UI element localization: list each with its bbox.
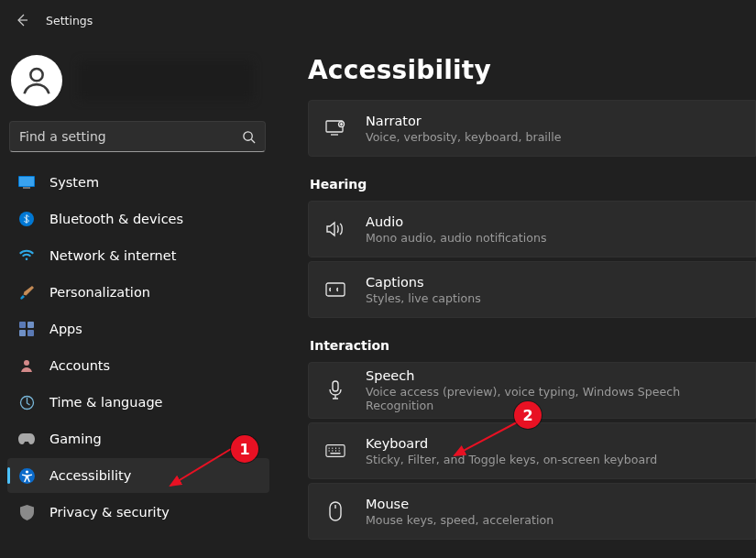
sidebar-item-label: Apps	[49, 322, 82, 336]
account-block[interactable]	[7, 48, 269, 119]
sidebar: Find a setting System Bluetooth & device…	[0, 40, 277, 558]
svg-rect-3	[19, 177, 34, 186]
svg-rect-17	[333, 381, 338, 391]
card-audio[interactable]: Audio Mono audio, audio notifications	[308, 201, 756, 257]
sidebar-nav: System Bluetooth & devices Network & int…	[7, 165, 269, 530]
sidebar-item-time[interactable]: Time & language	[7, 385, 269, 420]
mouse-icon	[325, 501, 345, 521]
card-subtitle: Sticky, Filter, and Toggle keys, on-scre…	[366, 453, 657, 466]
svg-point-1	[244, 131, 252, 139]
sidebar-item-label: Gaming	[49, 432, 102, 446]
svg-rect-7	[27, 322, 34, 328]
card-keyboard[interactable]: Keyboard Sticky, Filter, and Toggle keys…	[308, 422, 756, 479]
card-title: Narrator	[366, 114, 562, 128]
account-name-redacted	[79, 61, 253, 100]
display-icon	[18, 174, 35, 191]
search-icon	[242, 130, 256, 144]
sidebar-item-label: Bluetooth & devices	[49, 212, 183, 226]
captions-icon	[325, 279, 345, 300]
card-subtitle: Voice access (preview), voice typing, Wi…	[366, 385, 739, 412]
svg-rect-4	[23, 187, 30, 189]
card-title: Audio	[366, 214, 546, 229]
sidebar-item-accounts[interactable]: Accounts	[7, 348, 269, 383]
back-button[interactable]	[11, 9, 33, 31]
wifi-icon	[18, 247, 35, 264]
sidebar-item-network[interactable]: Network & internet	[7, 238, 269, 273]
person-icon	[19, 63, 54, 98]
card-subtitle: Mouse keys, speed, acceleration	[366, 513, 553, 527]
arrow-left-icon	[15, 13, 29, 27]
card-title: Speech	[366, 368, 739, 383]
main-content: Accessibility Narrator Voice, verbosity,…	[277, 40, 756, 558]
accessibility-icon	[18, 467, 35, 484]
card-title: Keyboard	[366, 436, 657, 451]
card-title: Captions	[366, 275, 481, 290]
section-label-interaction: Interaction	[310, 338, 756, 353]
search-input[interactable]: Find a setting	[9, 121, 266, 152]
keyboard-icon	[325, 441, 345, 461]
account-icon	[18, 357, 35, 374]
title-bar: Settings	[0, 0, 756, 40]
card-subtitle: Styles, live captions	[366, 291, 481, 305]
sidebar-item-label: Accessibility	[49, 468, 131, 483]
card-mouse[interactable]: Mouse Mouse keys, speed, acceleration	[308, 483, 756, 540]
card-captions[interactable]: Captions Styles, live captions	[308, 261, 756, 318]
microphone-icon	[325, 380, 345, 400]
bluetooth-icon	[18, 211, 35, 227]
annotation-badge-2: 2	[514, 401, 542, 429]
section-label-hearing: Hearing	[310, 177, 756, 191]
page-title: Accessibility	[308, 55, 756, 85]
sidebar-item-privacy[interactable]: Privacy & security	[7, 495, 269, 530]
sidebar-item-label: Accounts	[49, 358, 110, 373]
card-title: Mouse	[366, 497, 553, 511]
sidebar-item-apps[interactable]: Apps	[7, 312, 269, 346]
apps-icon	[18, 321, 35, 337]
svg-rect-16	[326, 283, 345, 296]
shield-icon	[18, 504, 35, 520]
sidebar-item-personalization[interactable]: Personalization	[7, 275, 269, 310]
svg-rect-6	[19, 322, 26, 328]
sidebar-item-system[interactable]: System	[7, 165, 269, 200]
app-title: Settings	[46, 14, 93, 27]
sidebar-item-gaming[interactable]: Gaming	[7, 421, 269, 456]
gamepad-icon	[18, 431, 35, 447]
search-placeholder: Find a setting	[19, 129, 235, 144]
sidebar-item-label: Personalization	[49, 285, 150, 300]
sidebar-item-label: Network & internet	[49, 248, 176, 263]
card-narrator[interactable]: Narrator Voice, verbosity, keyboard, bra…	[308, 100, 756, 157]
sidebar-item-label: Privacy & security	[49, 505, 170, 520]
svg-point-10	[24, 360, 29, 366]
speaker-icon	[325, 219, 345, 239]
svg-point-0	[30, 69, 42, 81]
avatar	[11, 55, 62, 106]
sidebar-item-label: Time & language	[49, 395, 163, 410]
sidebar-item-label: System	[49, 175, 99, 190]
card-subtitle: Mono audio, audio notifications	[366, 231, 546, 245]
svg-rect-8	[19, 330, 26, 336]
svg-point-13	[25, 470, 27, 473]
paintbrush-icon	[18, 284, 35, 301]
annotation-badge-1: 1	[231, 435, 258, 463]
narrator-icon	[325, 118, 345, 138]
svg-rect-9	[27, 330, 34, 336]
card-subtitle: Voice, verbosity, keyboard, braille	[366, 130, 562, 144]
clock-globe-icon	[18, 394, 35, 410]
sidebar-item-bluetooth[interactable]: Bluetooth & devices	[7, 202, 269, 236]
sidebar-item-accessibility[interactable]: Accessibility	[7, 458, 269, 493]
